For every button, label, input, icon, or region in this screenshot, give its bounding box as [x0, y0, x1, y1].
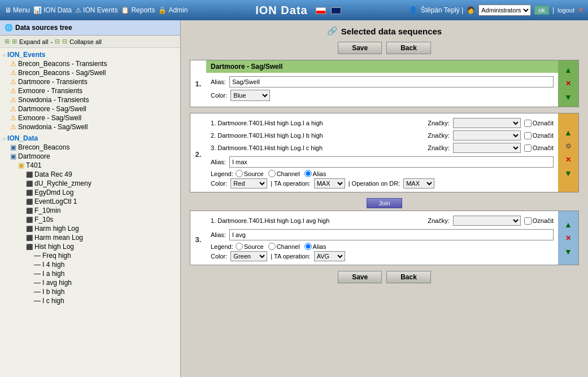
tree-item-ic-high[interactable]: — I c high: [2, 296, 178, 305]
znacky-select-2[interactable]: [453, 130, 521, 141]
seq-2-ta-op-select[interactable]: MAX MIN AVG: [314, 178, 345, 188]
tree-item-ia-high[interactable]: — I a high: [2, 269, 178, 278]
seq-2-color-label: Color:: [211, 180, 227, 187]
tree-item-i4-high[interactable]: — I 4 high: [2, 260, 178, 269]
tree-item-du-rychle[interactable]: ⬛ dU_Rychle_zmeny: [2, 179, 178, 188]
legend-alias-2: Alias: [304, 170, 326, 177]
legend-radio-group-3: Source Channel Alias: [236, 243, 326, 250]
top-save-button[interactable]: Save: [338, 42, 382, 54]
tree-item-data-rec[interactable]: ⬛ Data Rec 49: [2, 170, 178, 179]
seq-2-op-dr-label: | Operation on DR:: [349, 180, 400, 187]
item-icon-du: ⬛: [26, 181, 33, 187]
oznacit-cb-1[interactable]: [524, 120, 532, 127]
seq-2-up-button[interactable]: ▲: [562, 128, 574, 138]
legend-channel-radio-3[interactable]: [268, 243, 276, 250]
tree-item-dartmoore-sag[interactable]: ⚠ Dartmoore - Sag/Swell: [2, 104, 178, 113]
seq-1-side: ▲ ✕ ▼: [558, 60, 578, 107]
seq-3-ta-op-select[interactable]: AVG MAX MIN: [314, 251, 345, 261]
logout-link[interactable]: logout: [557, 7, 574, 14]
nav-admin[interactable]: 🔒 Admin: [158, 6, 188, 14]
seq-1-down-button[interactable]: ▼: [562, 92, 574, 102]
seq-2-alias-row: Alias:: [211, 156, 554, 168]
warn-icon: ⚠: [10, 78, 16, 86]
seq-2-op-dr-select[interactable]: MAX MIN AVG: [403, 178, 434, 188]
seq-1-alias-input[interactable]: [229, 76, 554, 87]
tree-toolbar: ⊞ ⊞ Expand all - ⊟ ⊟ Collapse all: [0, 36, 180, 48]
seq-3-color-select[interactable]: Green Red Blue: [230, 251, 267, 261]
tree-ion-data-root[interactable]: ○ ION_Data: [2, 134, 178, 143]
circle-icon2: ○: [2, 135, 6, 142]
tree-item-eventlog[interactable]: ⬛ EventLogCtl 1: [2, 197, 178, 206]
tree-item-egydmd[interactable]: ⬛ EgyDmd Log: [2, 188, 178, 197]
tree-item-brecon-transients[interactable]: ⚠ Brecon_Beacons - Transients: [2, 59, 178, 68]
znacky-select-3-1[interactable]: [453, 216, 521, 226]
legend-alias-radio-3[interactable]: [304, 243, 312, 250]
tree-item-snowdonia-transients[interactable]: ⚠ Snowdonia - Transients: [2, 95, 178, 104]
seq-3-delete-button[interactable]: ✕: [562, 233, 574, 243]
tree-item-freq-high[interactable]: — Freq high: [2, 251, 178, 260]
seq-1-color-select[interactable]: Blue Red Green: [230, 90, 270, 101]
seq-2-delete-button[interactable]: ✕: [562, 155, 574, 165]
tree-item-snowdonia-sag[interactable]: ⚠ Snowdonia - Sag/Swell: [2, 122, 178, 131]
tree-ion-events-root[interactable]: ○ ION_Events: [2, 50, 178, 59]
tree-item-f10min[interactable]: ⬛ F_10min: [2, 206, 178, 215]
right-panel-title: Selected data sequences: [341, 27, 442, 36]
legend-source-radio-3[interactable]: [236, 243, 243, 250]
seq-3-down-button[interactable]: ▼: [562, 247, 574, 257]
top-back-button[interactable]: Back: [386, 42, 431, 54]
expand-all-label[interactable]: Expand all: [19, 38, 48, 45]
tree-item-iavg-high[interactable]: — I avg high: [2, 278, 178, 287]
bottom-back-button[interactable]: Back: [386, 271, 431, 283]
nav-ion-events[interactable]: ⚠ ION Events: [75, 6, 117, 14]
warn-icon: ⚠: [10, 87, 16, 95]
dash-icon-ic: —: [34, 297, 41, 305]
tree-item-harm-high[interactable]: ⬛ Harm high Log: [2, 224, 178, 233]
oznacit-cb-3[interactable]: [524, 144, 532, 152]
tree-item-t401[interactable]: ▣ T401: [2, 161, 178, 170]
nav-menu[interactable]: 🖥 Menu: [5, 6, 30, 14]
oznacit-cb-2[interactable]: [524, 132, 532, 139]
nav-reports[interactable]: 📋 Reports: [121, 6, 155, 14]
nav-ion-data[interactable]: 📊 ION Data: [33, 6, 72, 14]
seq-2-inner: 1. Dartmoore.T401.Hist high Log.I a high…: [206, 113, 558, 192]
seq-1-alias-row: Alias:: [211, 76, 554, 87]
seq-1-up-button[interactable]: ▲: [562, 65, 574, 75]
seq-2-legend-row: Legend: Source Channel: [211, 170, 554, 177]
ok-button[interactable]: ok: [534, 6, 549, 15]
inner-seq-row-2: 2. Dartmoore.T401.Hist high Log.I b high…: [211, 129, 554, 142]
legend-source-radio-2[interactable]: [236, 170, 243, 177]
item-icon-harm-high: ⬛: [26, 226, 33, 232]
tree-item-f10s[interactable]: ⬛ F_10s: [2, 215, 178, 224]
tree-item-harm-mean[interactable]: ⬛ Harm mean Log: [2, 233, 178, 242]
seq-3-up-button[interactable]: ▲: [562, 220, 574, 230]
tree-item-dartmoore-transients[interactable]: ⚠ Dartmoore - Transients: [2, 77, 178, 86]
seq-3-alias-input[interactable]: [229, 229, 554, 240]
tree-item-exmoore-transients[interactable]: ⚠ Exmoore - Transients: [2, 86, 178, 95]
role-select[interactable]: Administrators: [478, 5, 531, 16]
seq-2-color-select[interactable]: Red Blue Green: [230, 178, 267, 188]
oznacit-cb-3-1[interactable]: [524, 217, 532, 225]
znacky-select-3[interactable]: [453, 143, 521, 153]
tree-item-brecon-sag[interactable]: ⚠ Brecon_Beacons - Sag/Swell: [2, 68, 178, 77]
tree-item-exmoore-sag[interactable]: ⚠ Exmoore - Sag/Swell: [2, 113, 178, 122]
seq-2-down-button[interactable]: ▼: [562, 168, 574, 178]
legend-channel-radio-2[interactable]: [268, 170, 276, 177]
item-icon-f10s: ⬛: [26, 217, 33, 223]
join-button[interactable]: Join: [367, 198, 402, 208]
collapse-all-label[interactable]: Collapse all: [69, 38, 102, 45]
tree-item-dartmoore[interactable]: ▣ Dartmoore: [2, 152, 178, 161]
znacky-select-1[interactable]: [453, 118, 521, 128]
oznacit-label-2: Označit: [524, 132, 554, 139]
legend-alias-radio-2[interactable]: [304, 170, 312, 177]
sequence-card-2: 2. 1. Dartmoore.T401.Hist high Log.I a h…: [190, 113, 579, 192]
bottom-save-button[interactable]: Save: [338, 271, 382, 283]
seq-1-delete-button[interactable]: ✕: [562, 78, 574, 89]
dash-icon-ia: —: [34, 270, 41, 278]
tree-item-brecon-beacons[interactable]: ▣ Brecon_Beacons: [2, 143, 178, 152]
folder-dartmoore: ▣: [10, 152, 16, 160]
tree-item-hist-high[interactable]: ⬛ Hist high Log: [2, 242, 178, 251]
item-icon-event: ⬛: [26, 199, 33, 205]
tree-item-ib-high[interactable]: — I b high: [2, 287, 178, 296]
seq-2-gear-button[interactable]: ⚙: [562, 141, 574, 151]
seq-2-alias-input[interactable]: [229, 156, 554, 168]
